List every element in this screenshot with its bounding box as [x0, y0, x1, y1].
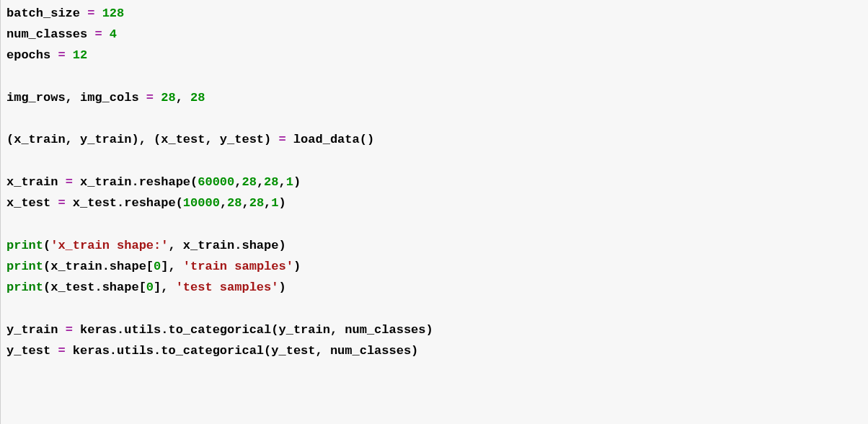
- token-plain: ): [293, 260, 301, 273]
- token-plain: y_test: [6, 344, 58, 358]
- token-op: =: [66, 175, 73, 189]
- token-plain: num_classes: [6, 27, 94, 41]
- code-line: batch_size = 128: [6, 3, 868, 24]
- token-plain: (x_train.shape[: [43, 260, 154, 273]
- code-line: [6, 213, 868, 234]
- token-plain: (: [43, 239, 50, 252]
- token-num: 28: [190, 91, 205, 105]
- token-str: 'x_train shape:': [50, 239, 168, 252]
- token-op: =: [87, 6, 94, 20]
- token-str: 'test samples': [176, 281, 279, 294]
- token-plain: ): [278, 281, 285, 294]
- code-line: [6, 298, 868, 319]
- token-plain: y_train: [6, 323, 66, 337]
- token-plain: ,: [257, 175, 264, 189]
- token-op: =: [278, 133, 285, 146]
- token-op: =: [146, 91, 154, 105]
- code-line: [6, 151, 868, 172]
- token-plain: keras.utils.to_categorical(y_test, num_c…: [66, 344, 419, 358]
- token-num: 12: [73, 48, 87, 62]
- code-line: (x_train, y_train), (x_test, y_test) = l…: [6, 129, 868, 150]
- token-plain: ): [279, 196, 286, 210]
- token-plain: load_data(): [286, 133, 374, 146]
- token-plain: (x_test.shape[: [43, 281, 146, 294]
- token-num: 0: [154, 260, 161, 273]
- token-plain: ,: [279, 175, 286, 189]
- token-num: 1: [286, 175, 293, 189]
- code-line: epochs = 12: [6, 45, 868, 66]
- token-num: 0: [146, 281, 154, 294]
- token-plain: (x_train, y_train), (x_test, y_test): [6, 133, 278, 146]
- token-plain: [102, 27, 110, 41]
- token-plain: x_test.reshape(: [66, 196, 183, 210]
- token-op: =: [58, 48, 65, 62]
- token-num: 10000: [183, 196, 220, 210]
- token-plain: [154, 91, 161, 105]
- token-num: 28: [264, 175, 278, 189]
- token-plain: ,: [242, 196, 249, 210]
- token-num: 28: [227, 196, 242, 210]
- token-op: =: [58, 196, 65, 210]
- token-fn: print: [6, 239, 43, 252]
- token-plain: ): [293, 175, 301, 189]
- code-line: x_train = x_train.reshape(60000,28,28,1): [6, 172, 868, 193]
- token-op: =: [58, 344, 65, 358]
- token-plain: x_train: [6, 175, 66, 189]
- token-plain: [66, 48, 73, 62]
- token-fn: print: [6, 260, 43, 273]
- token-plain: batch_size: [6, 6, 87, 20]
- token-num: 28: [249, 196, 264, 210]
- token-num: 128: [102, 6, 125, 20]
- code-line: print(x_test.shape[0], 'test samples'): [6, 277, 868, 298]
- token-plain: ,: [264, 196, 271, 210]
- code-line: img_rows, img_cols = 28, 28: [6, 87, 868, 108]
- token-num: 60000: [198, 175, 234, 189]
- token-num: 1: [271, 196, 278, 210]
- token-plain: ,: [176, 91, 190, 105]
- token-num: 4: [110, 27, 117, 41]
- code-line: y_test = keras.utils.to_categorical(y_te…: [6, 340, 868, 361]
- token-plain: ,: [220, 196, 227, 210]
- token-plain: [94, 6, 102, 20]
- token-plain: epochs: [6, 48, 58, 62]
- token-plain: ,: [234, 175, 242, 189]
- token-plain: ],: [161, 260, 183, 273]
- code-line: x_test = x_test.reshape(10000,28,28,1): [6, 193, 868, 213]
- token-op: =: [94, 27, 102, 41]
- code-line: [6, 108, 868, 129]
- token-plain: , x_train.shape): [168, 239, 285, 252]
- code-line: print('x_train shape:', x_train.shape): [6, 235, 868, 256]
- code-block: batch_size = 128num_classes = 4epochs = …: [0, 0, 868, 424]
- code-line: [6, 66, 868, 87]
- token-num: 28: [242, 175, 256, 189]
- token-plain: ],: [154, 281, 176, 294]
- token-plain: keras.utils.to_categorical(y_train, num_…: [73, 323, 433, 337]
- code-line: print(x_train.shape[0], 'train samples'): [6, 256, 868, 277]
- token-plain: x_test: [6, 196, 58, 210]
- token-num: 28: [161, 91, 175, 105]
- code-line: y_train = keras.utils.to_categorical(y_t…: [6, 319, 868, 340]
- token-op: =: [66, 323, 73, 337]
- code-line: num_classes = 4: [6, 24, 868, 45]
- token-plain: x_train.reshape(: [73, 175, 198, 189]
- token-fn: print: [6, 281, 43, 294]
- token-str: 'train samples': [183, 260, 293, 273]
- token-plain: img_rows, img_cols: [6, 91, 146, 105]
